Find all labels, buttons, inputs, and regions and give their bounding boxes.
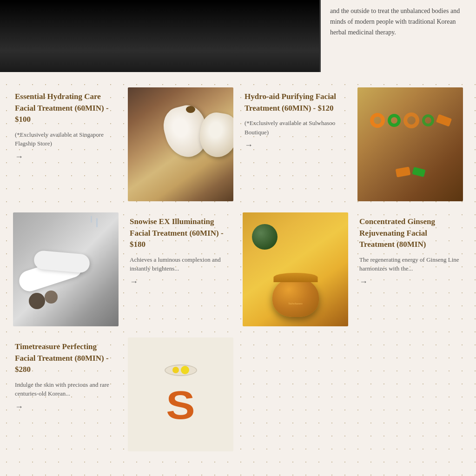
treatment-arrow-link[interactable]: → [359, 277, 368, 286]
treatment-title: Hydro-aid Purifying Facial Treatment (60… [245, 91, 346, 114]
treatment-card-essential-hydrating: Essential Hydrating Care Facial Treatmen… [8, 84, 123, 205]
top-description: and the outside to treat the unbalanced … [321, 0, 476, 72]
treatment-card-timetreasure: Timetreasure Perfecting Facial Treatment… [8, 334, 123, 455]
treatment-note: (*Exclusively available at Sulwhasoo Bou… [245, 119, 346, 137]
treatment-title: Essential Hydrating Care Facial Treatmen… [15, 91, 117, 126]
treatment-card-snowise: Snowise EX Illuminating Facial Treatment… [123, 209, 238, 330]
treatment-card-hydro-aid: Hydro-aid Purifying Facial Treatment (60… [238, 84, 353, 205]
treatment-arrow-link[interactable]: → [130, 277, 138, 286]
hero-image [0, 0, 321, 72]
empty-cell-1 [238, 334, 353, 455]
treatment-image-skincare: Sulwhasoo [238, 209, 353, 330]
treatment-image-s-logo: S [123, 334, 238, 455]
treatment-title: Timetreasure Perfecting Facial Treatment… [15, 341, 117, 376]
treatment-arrow-link[interactable]: → [245, 140, 253, 150]
treatment-image-herb-pouch [123, 84, 238, 205]
treatment-image-stones [353, 84, 468, 205]
treatment-desc: Indulge the skin with precious and rare … [15, 380, 117, 398]
treatment-desc: The regenerating energy of Ginseng Line … [359, 255, 461, 273]
treatment-image-spa-towel [8, 209, 123, 330]
treatment-arrow-link[interactable]: → [15, 402, 23, 411]
treatment-note: (*Exclusively available at Singapore Fla… [15, 130, 117, 148]
empty-cell-2 [353, 334, 468, 455]
treatment-title: Concentrated Ginseng Rejuvenating Facial… [359, 216, 461, 251]
treatment-desc: Achieves a luminous complexion and insta… [130, 255, 231, 273]
top-text-content: and the outside to treat the unbalanced … [330, 7, 460, 36]
treatment-card-concentrated: Concentrated Ginseng Rejuvenating Facial… [353, 209, 468, 330]
treatment-arrow-link[interactable]: → [15, 152, 23, 161]
treatment-title: Snowise EX Illuminating Facial Treatment… [130, 216, 231, 251]
